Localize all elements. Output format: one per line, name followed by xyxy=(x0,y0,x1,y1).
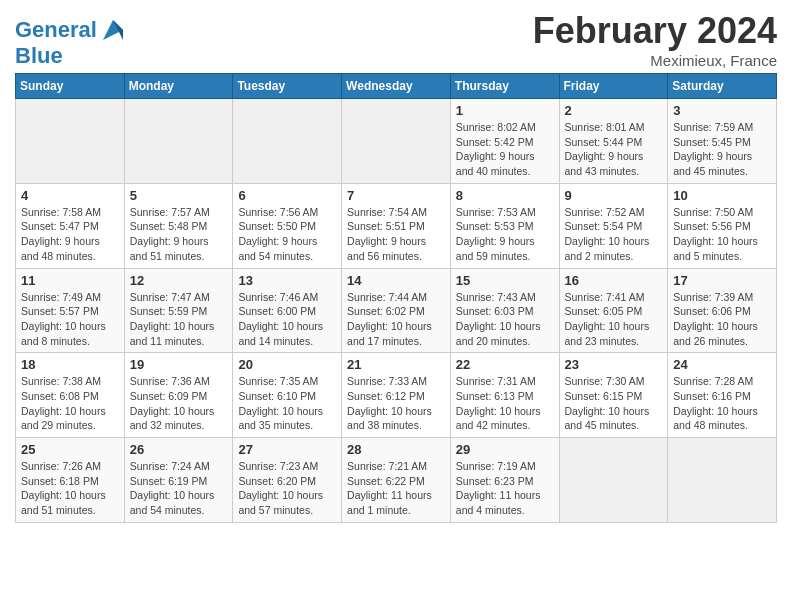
day-info: Sunrise: 7:36 AM Sunset: 6:09 PM Dayligh… xyxy=(130,374,228,433)
day-info: Sunrise: 7:33 AM Sunset: 6:12 PM Dayligh… xyxy=(347,374,445,433)
calendar-cell: 2Sunrise: 8:01 AM Sunset: 5:44 PM Daylig… xyxy=(559,99,668,184)
calendar-cell xyxy=(124,99,233,184)
day-info: Sunrise: 7:28 AM Sunset: 6:16 PM Dayligh… xyxy=(673,374,771,433)
col-header-wednesday: Wednesday xyxy=(342,74,451,99)
day-info: Sunrise: 7:39 AM Sunset: 6:06 PM Dayligh… xyxy=(673,290,771,349)
month-title: February 2024 xyxy=(533,10,777,52)
day-info: Sunrise: 7:23 AM Sunset: 6:20 PM Dayligh… xyxy=(238,459,336,518)
day-number: 3 xyxy=(673,103,771,118)
day-info: Sunrise: 7:30 AM Sunset: 6:15 PM Dayligh… xyxy=(565,374,663,433)
calendar-cell xyxy=(233,99,342,184)
day-info: Sunrise: 7:19 AM Sunset: 6:23 PM Dayligh… xyxy=(456,459,554,518)
day-number: 7 xyxy=(347,188,445,203)
day-number: 22 xyxy=(456,357,554,372)
day-number: 12 xyxy=(130,273,228,288)
calendar-cell: 17Sunrise: 7:39 AM Sunset: 6:06 PM Dayli… xyxy=(668,268,777,353)
calendar-table: SundayMondayTuesdayWednesdayThursdayFrid… xyxy=(15,73,777,523)
calendar-cell: 3Sunrise: 7:59 AM Sunset: 5:45 PM Daylig… xyxy=(668,99,777,184)
calendar-cell xyxy=(342,99,451,184)
day-info: Sunrise: 7:54 AM Sunset: 5:51 PM Dayligh… xyxy=(347,205,445,264)
day-number: 26 xyxy=(130,442,228,457)
day-info: Sunrise: 7:44 AM Sunset: 6:02 PM Dayligh… xyxy=(347,290,445,349)
col-header-tuesday: Tuesday xyxy=(233,74,342,99)
calendar-week-row: 18Sunrise: 7:38 AM Sunset: 6:08 PM Dayli… xyxy=(16,353,777,438)
day-number: 19 xyxy=(130,357,228,372)
calendar-cell: 24Sunrise: 7:28 AM Sunset: 6:16 PM Dayli… xyxy=(668,353,777,438)
day-number: 11 xyxy=(21,273,119,288)
calendar-cell: 20Sunrise: 7:35 AM Sunset: 6:10 PM Dayli… xyxy=(233,353,342,438)
day-number: 24 xyxy=(673,357,771,372)
day-number: 16 xyxy=(565,273,663,288)
calendar-cell: 29Sunrise: 7:19 AM Sunset: 6:23 PM Dayli… xyxy=(450,438,559,523)
day-number: 25 xyxy=(21,442,119,457)
logo-blue-text: Blue xyxy=(15,44,127,68)
day-number: 9 xyxy=(565,188,663,203)
day-info: Sunrise: 7:21 AM Sunset: 6:22 PM Dayligh… xyxy=(347,459,445,518)
day-info: Sunrise: 7:35 AM Sunset: 6:10 PM Dayligh… xyxy=(238,374,336,433)
day-number: 14 xyxy=(347,273,445,288)
day-number: 13 xyxy=(238,273,336,288)
calendar-cell: 11Sunrise: 7:49 AM Sunset: 5:57 PM Dayli… xyxy=(16,268,125,353)
calendar-cell: 21Sunrise: 7:33 AM Sunset: 6:12 PM Dayli… xyxy=(342,353,451,438)
day-number: 6 xyxy=(238,188,336,203)
calendar-cell: 26Sunrise: 7:24 AM Sunset: 6:19 PM Dayli… xyxy=(124,438,233,523)
day-number: 10 xyxy=(673,188,771,203)
day-info: Sunrise: 7:46 AM Sunset: 6:00 PM Dayligh… xyxy=(238,290,336,349)
calendar-cell: 25Sunrise: 7:26 AM Sunset: 6:18 PM Dayli… xyxy=(16,438,125,523)
calendar-header-row: SundayMondayTuesdayWednesdayThursdayFrid… xyxy=(16,74,777,99)
calendar-cell xyxy=(668,438,777,523)
calendar-cell: 1Sunrise: 8:02 AM Sunset: 5:42 PM Daylig… xyxy=(450,99,559,184)
calendar-cell: 7Sunrise: 7:54 AM Sunset: 5:51 PM Daylig… xyxy=(342,183,451,268)
day-info: Sunrise: 7:56 AM Sunset: 5:50 PM Dayligh… xyxy=(238,205,336,264)
calendar-cell: 27Sunrise: 7:23 AM Sunset: 6:20 PM Dayli… xyxy=(233,438,342,523)
day-info: Sunrise: 7:38 AM Sunset: 6:08 PM Dayligh… xyxy=(21,374,119,433)
day-info: Sunrise: 7:24 AM Sunset: 6:19 PM Dayligh… xyxy=(130,459,228,518)
day-number: 23 xyxy=(565,357,663,372)
calendar-cell: 23Sunrise: 7:30 AM Sunset: 6:15 PM Dayli… xyxy=(559,353,668,438)
title-block: February 2024 Meximieux, France xyxy=(533,10,777,69)
col-header-thursday: Thursday xyxy=(450,74,559,99)
calendar-cell: 15Sunrise: 7:43 AM Sunset: 6:03 PM Dayli… xyxy=(450,268,559,353)
calendar-cell: 16Sunrise: 7:41 AM Sunset: 6:05 PM Dayli… xyxy=(559,268,668,353)
calendar-cell: 12Sunrise: 7:47 AM Sunset: 5:59 PM Dayli… xyxy=(124,268,233,353)
col-header-saturday: Saturday xyxy=(668,74,777,99)
day-number: 8 xyxy=(456,188,554,203)
page-header: General Blue February 2024 Meximieux, Fr… xyxy=(15,10,777,69)
day-info: Sunrise: 7:41 AM Sunset: 6:05 PM Dayligh… xyxy=(565,290,663,349)
day-number: 27 xyxy=(238,442,336,457)
calendar-cell: 5Sunrise: 7:57 AM Sunset: 5:48 PM Daylig… xyxy=(124,183,233,268)
day-number: 21 xyxy=(347,357,445,372)
logo-icon xyxy=(99,16,127,44)
day-info: Sunrise: 7:26 AM Sunset: 6:18 PM Dayligh… xyxy=(21,459,119,518)
day-number: 18 xyxy=(21,357,119,372)
col-header-sunday: Sunday xyxy=(16,74,125,99)
day-number: 15 xyxy=(456,273,554,288)
calendar-cell: 18Sunrise: 7:38 AM Sunset: 6:08 PM Dayli… xyxy=(16,353,125,438)
calendar-cell: 6Sunrise: 7:56 AM Sunset: 5:50 PM Daylig… xyxy=(233,183,342,268)
calendar-cell xyxy=(559,438,668,523)
day-number: 28 xyxy=(347,442,445,457)
col-header-friday: Friday xyxy=(559,74,668,99)
calendar-cell: 22Sunrise: 7:31 AM Sunset: 6:13 PM Dayli… xyxy=(450,353,559,438)
day-info: Sunrise: 8:02 AM Sunset: 5:42 PM Dayligh… xyxy=(456,120,554,179)
day-number: 4 xyxy=(21,188,119,203)
day-info: Sunrise: 7:50 AM Sunset: 5:56 PM Dayligh… xyxy=(673,205,771,264)
day-info: Sunrise: 7:52 AM Sunset: 5:54 PM Dayligh… xyxy=(565,205,663,264)
day-number: 1 xyxy=(456,103,554,118)
calendar-cell: 13Sunrise: 7:46 AM Sunset: 6:00 PM Dayli… xyxy=(233,268,342,353)
day-info: Sunrise: 7:58 AM Sunset: 5:47 PM Dayligh… xyxy=(21,205,119,264)
calendar-cell: 19Sunrise: 7:36 AM Sunset: 6:09 PM Dayli… xyxy=(124,353,233,438)
calendar-cell: 14Sunrise: 7:44 AM Sunset: 6:02 PM Dayli… xyxy=(342,268,451,353)
day-info: Sunrise: 7:59 AM Sunset: 5:45 PM Dayligh… xyxy=(673,120,771,179)
day-info: Sunrise: 7:43 AM Sunset: 6:03 PM Dayligh… xyxy=(456,290,554,349)
day-number: 20 xyxy=(238,357,336,372)
col-header-monday: Monday xyxy=(124,74,233,99)
day-number: 17 xyxy=(673,273,771,288)
location: Meximieux, France xyxy=(533,52,777,69)
day-info: Sunrise: 7:47 AM Sunset: 5:59 PM Dayligh… xyxy=(130,290,228,349)
calendar-cell: 8Sunrise: 7:53 AM Sunset: 5:53 PM Daylig… xyxy=(450,183,559,268)
day-info: Sunrise: 7:53 AM Sunset: 5:53 PM Dayligh… xyxy=(456,205,554,264)
logo: General Blue xyxy=(15,16,127,68)
day-number: 29 xyxy=(456,442,554,457)
day-info: Sunrise: 8:01 AM Sunset: 5:44 PM Dayligh… xyxy=(565,120,663,179)
